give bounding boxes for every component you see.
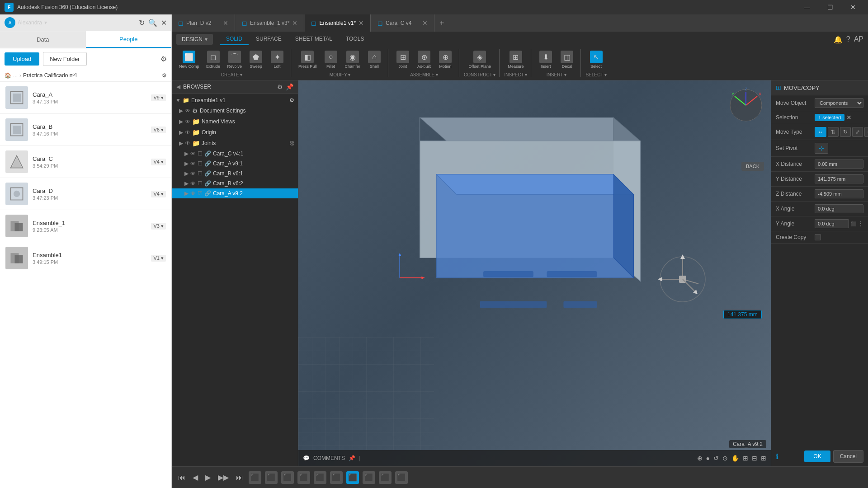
browser-item-joints[interactable]: ▶ 👁 📁 Joints ⛓ [172,138,298,149]
file-version[interactable]: V4 ▾ [151,159,166,165]
close-button[interactable]: ✕ [843,0,863,14]
new-component-button[interactable]: ⬜ New Comp [176,49,202,70]
browser-item-origin[interactable]: ▶ 👁 📁 Origin [172,127,298,138]
info-icon[interactable]: ℹ [776,452,778,461]
timeline-marker[interactable]: ⬛ [330,471,343,484]
insert-button[interactable]: ⬇ Insert [536,49,556,70]
tab-ensamble1-v1[interactable]: ◻ Ensamble1 v1* ✕ [305,14,371,32]
shell-button[interactable]: ⌂ Shell [364,49,384,70]
expand-arrow-icon[interactable]: ▼ [175,97,181,103]
press-pull-button[interactable]: ◧ Press Pull [296,49,320,70]
tab-close-icon[interactable]: ✕ [223,19,228,27]
timeline-active-marker[interactable]: ⬛ [346,471,359,484]
browser-collapse-icon[interactable]: ◀ [176,84,180,90]
measure-button[interactable]: ⊞ Measure [505,49,526,70]
y-angle-context-icon[interactable]: ⋮ [858,221,863,227]
tab-cara-c-v4[interactable]: ◻ Cara_C v4 ✕ [371,14,434,32]
timeline-prev-button[interactable]: ◀ [191,471,200,483]
expand-arrow-icon[interactable]: ▶ [184,180,189,187]
timeline-play-button[interactable]: ▶ [203,471,212,483]
viewport[interactable]: 141.375 mm -4.509 mm X Y Z BACK [298,80,771,466]
orbit-icon[interactable]: ↺ [713,455,719,462]
eye-icon[interactable]: 👁 [185,140,190,146]
expand-arrow-icon[interactable]: ▶ [179,129,183,136]
tab-sheet-metal[interactable]: SHEET METAL [289,33,339,45]
timeline-marker[interactable]: ⬛ [281,471,294,484]
timeline-marker[interactable]: ⬛ [363,471,375,484]
browser-item-cara-b-v6-1[interactable]: ▶ 👁 ☐ 🔗 Cara_B v6:1 [172,169,298,178]
move-type-along-axis[interactable]: ⇅ [828,127,839,137]
account-icon[interactable]: AP [854,35,863,43]
tab-surface[interactable]: SURFACE [250,33,288,45]
select-button[interactable]: ↖ Select [586,49,606,70]
timeline-marker[interactable]: ⬛ [249,471,261,484]
list-item[interactable]: Ensamble_1 9:23:05 AM V3 ▾ [0,210,171,242]
close-panel-icon[interactable]: ✕ [161,19,167,27]
timeline-marker[interactable]: ⬛ [297,471,310,484]
motion-button[interactable]: ⊕ Motion [435,49,455,70]
maximize-button[interactable]: ☐ [820,0,840,14]
list-item[interactable]: Cara_A 3:47:13 PM V9 ▾ [0,82,171,114]
decal-button[interactable]: ◫ Decal [557,49,577,70]
sweep-button[interactable]: ⬟ Sweep [246,49,266,70]
eye-icon[interactable]: 👁 [190,150,196,157]
home-icon[interactable]: 🏠 [5,72,11,79]
tab-people[interactable]: People [86,31,172,48]
notifications-icon[interactable]: 🔔 [834,35,843,44]
tab-close-icon[interactable]: ✕ [422,19,428,27]
pan-icon[interactable]: ✋ [731,455,739,462]
browser-root-item[interactable]: ▼ 📁 Ensamble1 v1 ⚙ [172,95,298,105]
browser-item-cara-a-v9-1[interactable]: ▶ 👁 ☐ 🔗 Cara_A v9:1 [172,159,298,169]
browser-item-cara-a-v9-2[interactable]: ▶ 👁 ☑ 🔗 Cara_A v9:2 [172,188,298,198]
timeline-marker[interactable]: ⬛ [265,471,278,484]
set-pivot-button[interactable]: ⊹ [815,143,828,154]
file-version[interactable]: V4 ▾ [151,191,166,197]
tab-solid[interactable]: SOLID [220,33,249,45]
browser-settings-icon[interactable]: ⚙ [277,83,283,90]
expand-arrow-icon[interactable]: ▶ [179,140,183,146]
breadcrumb-settings-icon[interactable]: ⚙ [162,72,167,79]
browser-pin-icon[interactable]: 📌 [286,83,293,90]
browser-item-cara-b-v6-2[interactable]: ▶ 👁 ☐ 🔗 Cara_B v6:2 [172,178,298,188]
expand-arrow-icon[interactable]: ▶ [179,118,183,125]
timeline-next-button[interactable]: ▶▶ [216,471,231,483]
expand-arrow-icon[interactable]: ▶ [184,150,189,157]
zoom-icon[interactable]: ⊙ [722,455,728,462]
tab-close-icon[interactable]: ✕ [292,19,297,27]
selection-clear-icon[interactable]: ✕ [846,114,852,121]
move-type-point[interactable]: ⤢ [852,127,863,137]
file-version[interactable]: V3 ▾ [151,223,166,230]
transform-widget[interactable] [656,252,710,308]
eye-icon[interactable]: 👁 [190,180,196,187]
eye-icon[interactable]: 👁 [190,170,196,177]
user-info[interactable]: A Alexandra ▾ [5,17,47,28]
chamfer-button[interactable]: ◉ Chamfer [342,49,363,70]
eye-icon[interactable]: 👁 [185,108,190,114]
as-built-button[interactable]: ⊛ As-built [414,49,434,70]
move-type-rotate[interactable]: ↻ [840,127,851,137]
sync-icon[interactable]: ↻ [139,19,145,27]
file-version[interactable]: V6 ▾ [151,127,166,133]
expand-arrow-icon[interactable]: ▶ [184,190,189,197]
eye-icon[interactable]: 👁 [190,190,196,197]
list-item[interactable]: Cara_C 3:54:29 PM V4 ▾ [0,146,171,178]
add-tab-button[interactable]: + [435,19,449,28]
ok-button[interactable]: OK [804,450,830,462]
new-folder-button[interactable]: New Folder [43,52,86,66]
settings-icon[interactable]: ⚙ [160,55,167,63]
tab-ensamble1-v3[interactable]: ◻ Ensamble_1 v3* ✕ [236,14,304,32]
loft-button[interactable]: ✦ Loft [267,49,287,70]
expand-arrow-icon[interactable]: ▶ [179,108,183,114]
joint-button[interactable]: ⊞ Joint [393,49,413,70]
eye-icon[interactable]: 👁 [185,129,190,136]
expand-arrow-icon[interactable]: ▶ [184,170,189,177]
create-copy-checkbox[interactable] [815,234,821,240]
browser-item-cara-c-v4-1[interactable]: ▶ 👁 ☐ 🔗 Cara_C v4:1 [172,149,298,159]
y-angle-input[interactable] [815,219,849,228]
move-type-free[interactable]: ↔ [815,127,826,137]
extrude-button[interactable]: ◻ Extrude [203,49,223,70]
timeline-last-button[interactable]: ⏭ [234,472,245,483]
cancel-button[interactable]: Cancel [833,450,863,463]
y-distance-input[interactable] [815,174,863,183]
tab-close-icon[interactable]: ✕ [359,19,364,27]
